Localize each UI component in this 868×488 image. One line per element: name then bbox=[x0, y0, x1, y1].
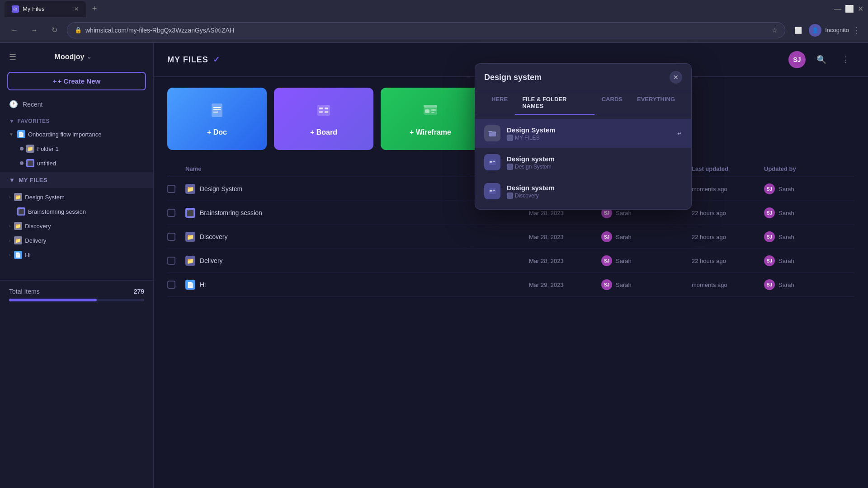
tab-title: My Files bbox=[23, 5, 71, 12]
discovery-row-icon: 📁 bbox=[185, 232, 195, 242]
my-files-section-header[interactable]: ▼ MY FILES bbox=[0, 172, 153, 188]
wireframe-card-label: + Wireframe bbox=[410, 128, 451, 136]
sidebar-item-untitled[interactable]: ⬛ untitled bbox=[0, 156, 153, 170]
table-row[interactable]: 📁 Discovery Mar 28, 2023 SJ Sarah 22 hou… bbox=[167, 225, 854, 249]
sidebar-item-delivery[interactable]: › 📁 Delivery bbox=[0, 233, 153, 248]
sidebar-item-onboarding[interactable]: ▼ 📄 Onboarding flow importance bbox=[0, 127, 153, 141]
delivery-label: Delivery bbox=[25, 237, 46, 244]
create-new-button[interactable]: + + Create New bbox=[7, 72, 146, 90]
delivery-created-by: SJ Sarah bbox=[601, 255, 692, 266]
row-checkbox[interactable] bbox=[167, 209, 175, 217]
result-path-icon bbox=[507, 135, 513, 141]
sidebar-item-hi[interactable]: › 📄 Hi bbox=[0, 248, 153, 262]
delivery-row-icon: 📁 bbox=[185, 256, 195, 266]
row-checkbox[interactable] bbox=[167, 233, 175, 241]
row-checkbox[interactable] bbox=[167, 185, 175, 193]
incognito-label: Incognito bbox=[825, 27, 849, 33]
wireframe-card-icon bbox=[421, 101, 439, 123]
delivery-row-name: Delivery bbox=[200, 257, 223, 264]
forward-button[interactable]: → bbox=[27, 23, 42, 38]
svg-rect-19 bbox=[493, 161, 495, 162]
storage-progress-fill bbox=[9, 299, 97, 301]
hi-chevron-icon: › bbox=[9, 253, 10, 258]
discovery-creator-avatar: SJ bbox=[601, 231, 612, 242]
search-tab-file-folder-names[interactable]: FILE & FOLDER NAMES bbox=[515, 91, 594, 115]
onboarding-item-label: Onboarding flow importance bbox=[28, 131, 102, 138]
browser-menu-button[interactable]: ⋮ bbox=[853, 25, 861, 35]
storage-progress-bar bbox=[9, 299, 144, 301]
sidebar-item-recent[interactable]: 🕐 Recent bbox=[0, 96, 153, 113]
app-layout: ☰ Moodjoy ⌄ + + Create New 🕐 Recent ▼ FA… bbox=[0, 43, 868, 488]
search-button[interactable]: 🔍 bbox=[813, 51, 830, 68]
svg-rect-24 bbox=[493, 192, 494, 192]
window-minimize[interactable]: — bbox=[834, 5, 841, 13]
sidebar-item-discovery[interactable]: › 📁 Discovery bbox=[0, 219, 153, 233]
favorites-section-header[interactable]: ▼ FAVORITES bbox=[0, 113, 153, 127]
row-checkbox[interactable] bbox=[167, 281, 175, 289]
quick-action-board[interactable]: + Board bbox=[274, 88, 373, 150]
search-dropdown: Design system ✕ HERE FILE & FOLDER NAMES… bbox=[475, 63, 692, 210]
tab-favicon: 🗂 bbox=[12, 5, 19, 13]
quick-action-wireframe[interactable]: + Wireframe bbox=[381, 88, 480, 150]
active-tab[interactable]: 🗂 My Files ✕ bbox=[5, 1, 86, 17]
hi-row-icon: 📄 bbox=[185, 280, 195, 290]
new-tab-button[interactable]: + bbox=[88, 3, 101, 15]
row-checkbox[interactable] bbox=[167, 257, 175, 265]
onboarding-chevron-icon: ▼ bbox=[9, 132, 14, 137]
address-bar[interactable]: 🔒 whimsical.com/my-files-RbgQx3WzzanGysA… bbox=[67, 22, 785, 38]
result-wireframe-icon2 bbox=[484, 183, 500, 199]
search-result-item[interactable]: Design System MY FILES ↵ bbox=[475, 119, 691, 148]
search-result-item[interactable]: Design system Design System bbox=[475, 148, 691, 177]
total-items-count: 279 bbox=[134, 288, 144, 295]
svg-rect-23 bbox=[493, 190, 495, 191]
reader-view-button[interactable]: ⬜ bbox=[791, 23, 805, 38]
search-results-list: Design System MY FILES ↵ Design system D… bbox=[475, 115, 691, 209]
refresh-button[interactable]: ↻ bbox=[47, 23, 61, 38]
browser-profile-icon[interactable]: 👤 bbox=[809, 24, 821, 37]
file-name-cell: 📁 Delivery bbox=[185, 256, 529, 266]
svg-rect-12 bbox=[431, 109, 436, 111]
search-tab-everything[interactable]: EVERYTHING bbox=[630, 91, 682, 115]
sidebar-footer: Total Items 279 bbox=[0, 280, 153, 309]
more-options-button[interactable]: ⋮ bbox=[837, 51, 854, 68]
main-title-text: MY FILES bbox=[167, 55, 208, 65]
result-name-text: Design system bbox=[507, 155, 682, 163]
back-button[interactable]: ← bbox=[7, 23, 22, 38]
discovery-updated-date: 22 hours ago bbox=[692, 234, 764, 240]
quick-action-doc[interactable]: + Doc bbox=[167, 88, 267, 150]
hi-created-date: Mar 29, 2023 bbox=[529, 282, 601, 288]
discovery-updater-avatar: SJ bbox=[764, 231, 775, 242]
browser-tabs: 🗂 My Files ✕ + — ⬜ ✕ bbox=[0, 0, 868, 18]
workspace-name[interactable]: Moodjoy ⌄ bbox=[55, 53, 92, 61]
table-row[interactable]: 📄 Hi Mar 29, 2023 SJ Sarah moments ago S… bbox=[167, 273, 854, 297]
search-query-text: Design system bbox=[484, 73, 542, 82]
browser-chrome: 🗂 My Files ✕ + — ⬜ ✕ ← → ↻ 🔒 whimsical.c… bbox=[0, 0, 868, 43]
svg-rect-5 bbox=[319, 108, 323, 109]
brainstorming-wireframe-icon: ⬛ bbox=[17, 207, 25, 216]
delivery-updated-date: 22 hours ago bbox=[692, 258, 764, 264]
discovery-updated-by: SJ Sarah bbox=[764, 231, 854, 242]
bookmark-star[interactable]: ☆ bbox=[772, 27, 778, 34]
table-row[interactable]: 📁 Delivery Mar 28, 2023 SJ Sarah 22 hour… bbox=[167, 249, 854, 273]
delivery-folder-icon: 📁 bbox=[14, 236, 22, 244]
sidebar-item-folder1[interactable]: 📁 Folder 1 bbox=[0, 141, 153, 156]
brainstorming-updated-date: 22 hours ago bbox=[692, 210, 764, 216]
browser-nav: ← → ↻ 🔒 whimsical.com/my-files-RbgQx3Wzz… bbox=[0, 18, 868, 42]
svg-rect-13 bbox=[431, 112, 434, 113]
search-tab-cards[interactable]: CARDS bbox=[594, 91, 630, 115]
tab-close-button[interactable]: ✕ bbox=[74, 6, 79, 12]
window-close[interactable]: ✕ bbox=[858, 5, 863, 13]
sidebar-item-brainstorming[interactable]: ⬛ Brainstomring session bbox=[0, 204, 153, 219]
search-close-button[interactable]: ✕ bbox=[670, 71, 682, 84]
recent-label: Recent bbox=[23, 101, 42, 108]
sidebar-item-design-system[interactable]: › 📁 Design System bbox=[0, 190, 153, 204]
discovery-row-name: Discovery bbox=[200, 233, 227, 240]
window-maximize[interactable]: ⬜ bbox=[845, 5, 854, 13]
delivery-creator-avatar: SJ bbox=[601, 255, 612, 266]
sidebar-toggle-icon[interactable]: ☰ bbox=[9, 52, 16, 62]
svg-rect-22 bbox=[490, 190, 492, 192]
user-avatar: SJ bbox=[788, 51, 806, 68]
sidebar-header: ☰ Moodjoy ⌄ bbox=[0, 43, 153, 66]
search-tab-here[interactable]: HERE bbox=[484, 91, 515, 115]
search-result-item[interactable]: Design system Discovery bbox=[475, 177, 691, 206]
